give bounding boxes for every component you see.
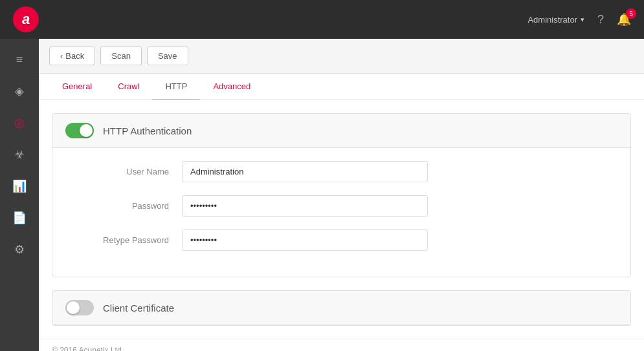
notifications-bell[interactable]: 🔔 5 xyxy=(617,12,631,27)
retype-password-input[interactable] xyxy=(182,229,428,251)
target-icon: ◎ xyxy=(14,116,25,130)
content-area: General Crawl HTTP Advanced HTTP Authent… xyxy=(39,74,644,351)
client-cert-section: Client Certificate xyxy=(52,290,631,326)
navbar: a Administrator ▾ ? 🔔 5 xyxy=(0,0,644,39)
notification-badge: 5 xyxy=(626,8,636,19)
client-cert-toggle-knob xyxy=(67,301,80,314)
navbar-right: Administrator ▾ ? 🔔 5 xyxy=(527,12,631,27)
http-auth-form: User Name Password Retype Password xyxy=(52,148,630,277)
save-button[interactable]: Save xyxy=(147,47,188,65)
http-auth-title: HTTP Authentication xyxy=(103,125,192,136)
sidebar: ≡ ◈ ◎ ☣ 📊 📄 ⚙ xyxy=(0,39,39,351)
back-chevron-icon: ‹ xyxy=(60,51,63,61)
toolbar: ‹ Back Scan Save xyxy=(39,39,644,74)
sidebar-item-scans[interactable]: ◎ xyxy=(5,109,34,137)
bug-icon: ☣ xyxy=(14,147,25,162)
footer: © 2016 Acunetix Ltd. xyxy=(39,339,644,351)
username-input[interactable] xyxy=(182,161,428,182)
user-menu[interactable]: Administrator ▾ xyxy=(527,15,584,25)
report-icon: 📄 xyxy=(12,211,27,225)
sidebar-item-reports[interactable]: 📊 xyxy=(5,172,34,200)
scan-button[interactable]: Scan xyxy=(100,47,142,65)
client-cert-toggle[interactable] xyxy=(65,300,94,315)
tab-http[interactable]: HTTP xyxy=(152,74,200,100)
retype-password-label: Retype Password xyxy=(78,235,182,245)
sidebar-item-dashboard[interactable]: ◈ xyxy=(5,77,34,105)
tab-general[interactable]: General xyxy=(49,74,105,100)
sidebar-item-settings[interactable]: ⚙ xyxy=(5,235,34,264)
tabs: General Crawl HTTP Advanced xyxy=(39,74,644,100)
http-auth-toggle[interactable] xyxy=(65,123,94,138)
username-label: User Name xyxy=(78,167,182,176)
retype-password-row: Retype Password xyxy=(78,229,605,251)
settings-icon: ⚙ xyxy=(14,242,25,257)
menu-icon: ≡ xyxy=(16,53,23,67)
password-input[interactable] xyxy=(182,195,428,217)
tab-advanced[interactable]: Advanced xyxy=(200,74,263,100)
palette-icon: ◈ xyxy=(15,84,24,98)
password-row: Password xyxy=(78,195,605,217)
client-cert-header: Client Certificate xyxy=(52,291,630,325)
toggle-knob xyxy=(80,124,93,137)
client-cert-title: Client Certificate xyxy=(103,303,174,314)
app-logo[interactable]: a xyxy=(13,6,39,32)
back-button[interactable]: ‹ Back xyxy=(49,47,95,65)
footer-text: © 2016 Acunetix Ltd. xyxy=(52,346,124,351)
sidebar-item-menu[interactable]: ≡ xyxy=(5,45,34,74)
help-icon[interactable]: ? xyxy=(597,13,604,27)
user-chevron-icon: ▾ xyxy=(581,16,584,24)
main-content: ‹ Back Scan Save General Crawl HTTP Adva… xyxy=(39,39,644,351)
username-row: User Name xyxy=(78,161,605,182)
http-auth-header: HTTP Authentication xyxy=(52,114,630,148)
user-label: Administrator xyxy=(527,15,577,25)
sidebar-item-vulnerabilities[interactable]: ☣ xyxy=(5,140,34,169)
sidebar-item-logs[interactable]: 📄 xyxy=(5,204,34,232)
password-label: Password xyxy=(78,201,182,211)
chart-icon: 📊 xyxy=(12,179,27,193)
logo-letter: a xyxy=(22,11,30,28)
http-auth-section: HTTP Authentication User Name Password R… xyxy=(52,113,631,277)
tab-crawl[interactable]: Crawl xyxy=(105,74,152,100)
